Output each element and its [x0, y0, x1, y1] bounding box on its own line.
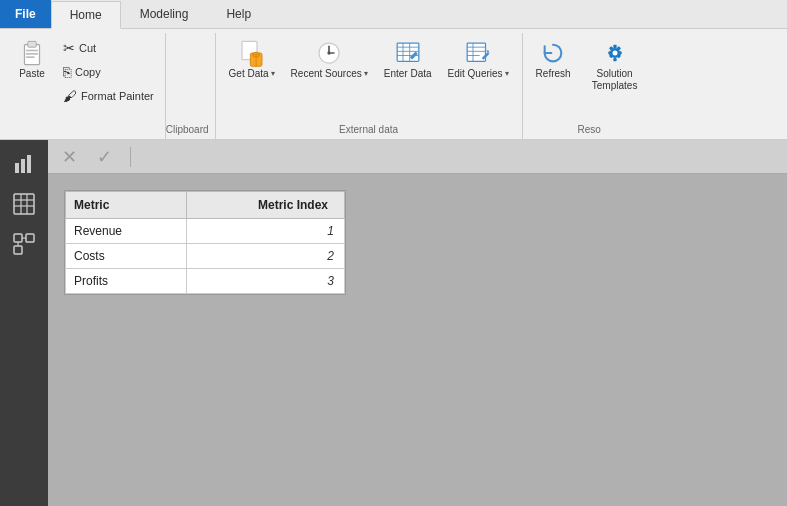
- refresh-button[interactable]: Refresh: [529, 33, 578, 85]
- table-row[interactable]: Profits 3: [66, 269, 345, 294]
- cell-index-0: 1: [187, 219, 345, 244]
- svg-point-11: [328, 51, 331, 54]
- format-painter-button[interactable]: 🖌 Format Painter: [58, 85, 159, 107]
- col-header-metric: Metric: [66, 192, 187, 219]
- external-data-items: Get Data ▾ Recent Sources ▾: [222, 33, 516, 120]
- chart-icon: [13, 153, 35, 175]
- get-data-dropdown-arrow: ▾: [271, 69, 275, 78]
- format-painter-icon: 🖌: [63, 88, 77, 104]
- get-data-icon: [237, 38, 267, 68]
- tab-file[interactable]: File: [0, 0, 51, 28]
- resources-group-label: Reso: [529, 120, 650, 139]
- external-data-group-label: External data: [222, 120, 516, 139]
- enter-data-icon: [393, 38, 423, 68]
- table-container: Metric Metric Index Revenue 1 Costs 2 Pr…: [48, 174, 787, 314]
- svg-rect-38: [27, 155, 31, 173]
- cell-index-1: 2: [187, 244, 345, 269]
- edit-queries-label: Edit Queries: [448, 68, 503, 79]
- ribbon-tab-bar: File Home Modeling Help: [0, 0, 787, 29]
- relationship-icon: [13, 233, 35, 255]
- sidebar: [0, 140, 48, 506]
- cut-label: Cut: [79, 42, 96, 54]
- tab-help[interactable]: Help: [207, 0, 270, 28]
- ribbon: File Home Modeling Help Paste ✂: [0, 0, 787, 140]
- edit-queries-icon: [463, 38, 493, 68]
- solution-templates-button[interactable]: Solution Templates: [580, 33, 650, 97]
- svg-rect-36: [15, 163, 19, 173]
- get-data-button[interactable]: Get Data ▾: [222, 33, 282, 84]
- clipboard-group-label: Clipboard: [166, 120, 209, 139]
- tab-home[interactable]: Home: [51, 1, 121, 29]
- svg-rect-28: [613, 45, 616, 48]
- cell-metric-0: Revenue: [66, 219, 187, 244]
- formula-separator: [130, 147, 131, 167]
- table-row[interactable]: Revenue 1: [66, 219, 345, 244]
- resources-items: Refresh: [529, 33, 650, 120]
- col-header-metric-index: Metric Index: [187, 192, 345, 219]
- solution-templates-icon: [600, 38, 630, 68]
- table-row[interactable]: Costs 2: [66, 244, 345, 269]
- svg-rect-37: [21, 159, 25, 173]
- svg-rect-44: [14, 234, 22, 242]
- sidebar-item-chart[interactable]: [8, 148, 40, 180]
- copy-icon: ⎘: [63, 64, 71, 80]
- data-table: Metric Metric Index Revenue 1 Costs 2 Pr…: [65, 191, 345, 294]
- external-data-group: Get Data ▾ Recent Sources ▾: [216, 33, 523, 139]
- ribbon-content: Paste ✂ Cut ⎘ Copy 🖌 Format Painter Clip…: [0, 29, 787, 139]
- svg-rect-39: [14, 194, 34, 214]
- edit-queries-dropdown-arrow: ▾: [505, 69, 509, 78]
- enter-data-button[interactable]: Enter Data: [377, 33, 439, 85]
- sidebar-item-table[interactable]: [8, 188, 40, 220]
- recent-sources-icon: [314, 38, 344, 68]
- cell-index-2: 3: [187, 269, 345, 294]
- solution-templates-label: Solution Templates: [587, 68, 643, 92]
- svg-rect-46: [14, 246, 22, 254]
- format-painter-label: Format Painter: [81, 90, 154, 102]
- svg-rect-29: [613, 58, 616, 61]
- formula-bar: ✕ ✓: [48, 140, 787, 174]
- paste-icon: [17, 38, 47, 68]
- svg-point-27: [612, 51, 617, 56]
- tab-modeling[interactable]: Modeling: [121, 0, 208, 28]
- svg-rect-1: [28, 41, 36, 47]
- sidebar-item-relationship[interactable]: [8, 228, 40, 260]
- formula-confirm-button[interactable]: ✓: [91, 144, 118, 170]
- recent-sources-label: Recent Sources: [291, 68, 362, 79]
- copy-button[interactable]: ⎘ Copy: [58, 61, 159, 83]
- copy-label: Copy: [75, 66, 101, 78]
- refresh-icon: [538, 38, 568, 68]
- paste-label: Paste: [19, 68, 45, 79]
- svg-marker-25: [486, 50, 489, 53]
- refresh-label: Refresh: [536, 68, 571, 80]
- table-icon: [13, 193, 35, 215]
- clipboard-small-buttons: ✂ Cut ⎘ Copy 🖌 Format Painter: [58, 33, 159, 107]
- data-table-wrapper: Metric Metric Index Revenue 1 Costs 2 Pr…: [64, 190, 346, 295]
- main-area: ✕ ✓ Metric Metric Index Revenue 1: [0, 140, 787, 506]
- cell-metric-1: Costs: [66, 244, 187, 269]
- content-area: ✕ ✓ Metric Metric Index Revenue 1: [48, 140, 787, 506]
- svg-rect-45: [26, 234, 34, 242]
- svg-rect-3: [26, 53, 38, 55]
- formula-cancel-button[interactable]: ✕: [56, 144, 83, 170]
- clipboard-group: Paste ✂ Cut ⎘ Copy 🖌 Format Painter: [4, 33, 166, 139]
- table-header-row: Metric Metric Index: [66, 192, 345, 219]
- svg-rect-2: [26, 50, 38, 52]
- cell-metric-2: Profits: [66, 269, 187, 294]
- enter-data-label: Enter Data: [384, 68, 432, 80]
- cut-icon: ✂: [63, 40, 75, 56]
- resources-group: Refresh: [523, 33, 656, 139]
- get-data-label: Get Data: [229, 68, 269, 79]
- paste-button[interactable]: Paste: [10, 33, 54, 84]
- edit-queries-button[interactable]: Edit Queries ▾: [441, 33, 516, 84]
- recent-sources-button[interactable]: Recent Sources ▾: [284, 33, 375, 84]
- table-body: Revenue 1 Costs 2 Profits 3: [66, 219, 345, 294]
- svg-rect-4: [26, 56, 34, 58]
- cut-button[interactable]: ✂ Cut: [58, 37, 159, 59]
- recent-sources-dropdown-arrow: ▾: [364, 69, 368, 78]
